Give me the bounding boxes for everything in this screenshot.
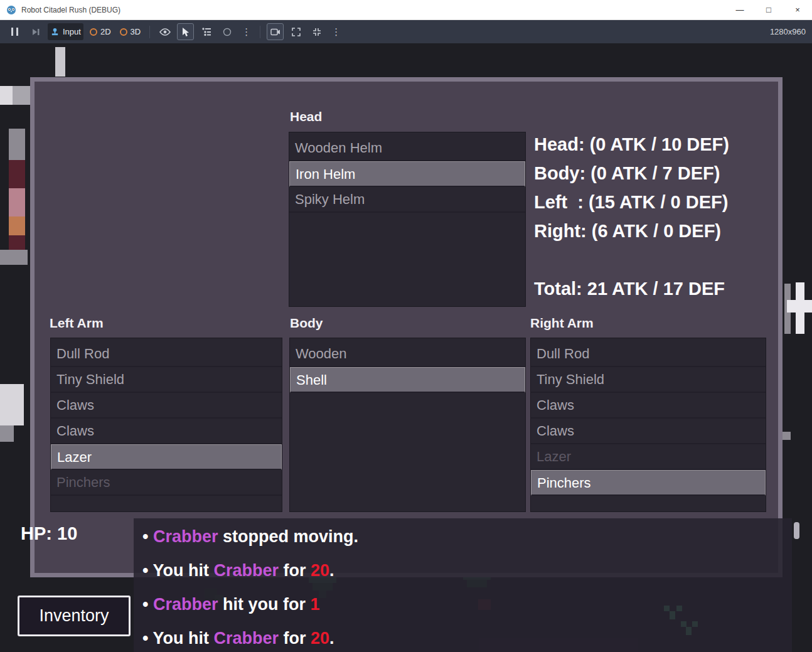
- toolbar-separator: [149, 26, 150, 38]
- inventory-button[interactable]: Inventory: [18, 596, 131, 636]
- window-title: Robot Citadel Rush (DEBUG): [21, 6, 120, 14]
- list-item-dull-rod[interactable]: Dull Rod: [51, 341, 282, 367]
- fullscreen-button[interactable]: [287, 23, 304, 40]
- maximize-button[interactable]: □: [754, 0, 783, 19]
- list-item-claws[interactable]: Claws: [51, 393, 282, 419]
- head-item-list: Wooden HelmIron HelmSpiky Helm: [289, 132, 526, 307]
- editor-toolbar: Input 2D 3D ⋮: [0, 20, 812, 43]
- log-message-segment: hit you for: [218, 595, 311, 614]
- eye-icon: [159, 28, 171, 36]
- window-controls: — □ ×: [725, 0, 812, 19]
- list-item-wooden-helm[interactable]: Wooden Helm: [289, 136, 525, 161]
- pixel-sprite: [783, 432, 791, 440]
- app-window: Robot Citadel Rush (DEBUG) — □ × Input 2…: [0, 0, 812, 652]
- minimize-button[interactable]: —: [725, 0, 754, 19]
- log-message-segment: Crabber: [213, 561, 279, 580]
- log-scrollbar-thumb[interactable]: [794, 522, 799, 539]
- list-item-lazer: Lazer: [531, 444, 766, 470]
- head-section-label: Head: [290, 109, 322, 124]
- log-message-segment: for: [279, 561, 311, 580]
- joystick-icon: [50, 27, 60, 36]
- stat-total: Total: 21 ATK / 17 DEF: [534, 274, 729, 303]
- log-message-segment: 1: [310, 595, 319, 614]
- list-item-tiny-shield[interactable]: Tiny Shield: [51, 367, 282, 393]
- step-icon: [31, 28, 40, 36]
- log-message: • You hit Crabber for 20.: [142, 553, 792, 587]
- input-toggle-button[interactable]: Input: [48, 23, 83, 40]
- pause-button[interactable]: [6, 23, 23, 40]
- list-item-tiny-shield[interactable]: Tiny Shield: [531, 367, 766, 393]
- log-message: • Crabber stopped moving.: [142, 520, 792, 553]
- pixel-sprite: [9, 129, 25, 160]
- input-button-label: Input: [63, 27, 81, 36]
- node-list-icon: [201, 27, 211, 36]
- shrink-icon: [313, 28, 321, 36]
- log-message-segment: Crabber: [153, 527, 218, 546]
- step-frame-button[interactable]: [27, 23, 44, 40]
- expand-icon: [292, 28, 301, 36]
- 2d-ring-icon: [90, 28, 97, 36]
- list-item-pinchers: Pinchers: [51, 470, 282, 496]
- log-message-segment: •: [142, 595, 153, 614]
- 2d-button-label: 2D: [100, 27, 111, 36]
- camera-override-button[interactable]: [267, 23, 284, 40]
- list-item-dull-rod[interactable]: Dull Rod: [531, 341, 766, 367]
- select-tool-button[interactable]: [177, 23, 194, 40]
- cursor-icon: [182, 27, 190, 37]
- pixel-sprite: [55, 47, 65, 77]
- pixel-sprite: [9, 216, 25, 235]
- more-options-button[interactable]: ⋮: [239, 23, 254, 40]
- stat-right: Right: (6 ATK / 0 DEF): [534, 216, 729, 245]
- pixel-sprite: [0, 86, 13, 105]
- log-message-segment: stopped moving.: [218, 527, 359, 546]
- list-item-lazer[interactable]: Lazer: [51, 444, 282, 470]
- list-item-wooden[interactable]: Wooden: [290, 341, 525, 367]
- log-message-segment: for: [279, 629, 311, 648]
- view-2d-button[interactable]: 2D: [87, 23, 114, 40]
- view-3d-button[interactable]: 3D: [117, 23, 144, 40]
- pixel-sprite: [9, 188, 25, 216]
- window-titlebar: Robot Citadel Rush (DEBUG) — □ ×: [0, 0, 812, 20]
- log-message-segment: 20: [311, 629, 329, 648]
- body-item-list: WoodenShell: [289, 338, 526, 512]
- stat-head: Head: (0 ATK / 10 DEF): [534, 130, 729, 159]
- pixel-sprite: [0, 384, 24, 425]
- equipment-stats: Head: (0 ATK / 10 DEF) Body: (0 ATK / 7 …: [534, 130, 729, 303]
- left-arm-item-list: Dull RodTiny ShieldClawsClawsLazerPinche…: [50, 338, 282, 512]
- list-item-claws[interactable]: Claws: [531, 393, 766, 419]
- log-message-segment: Crabber: [153, 595, 218, 614]
- pixel-sprite-cross: [787, 300, 812, 313]
- pixel-sprite: [9, 160, 25, 188]
- list-item-iron-helm[interactable]: Iron Helm: [289, 161, 525, 187]
- left-arm-section-label: Left Arm: [50, 316, 104, 331]
- list-item-spiky-helm[interactable]: Spiky Helm: [289, 187, 525, 213]
- visibility-button[interactable]: [156, 23, 173, 40]
- scene-tree-button[interactable]: [198, 23, 215, 40]
- hp-label: HP: 10: [21, 523, 77, 544]
- list-item-pinchers[interactable]: Pinchers: [531, 470, 766, 496]
- log-message-segment: .: [329, 561, 334, 580]
- combat-log-messages: • Crabber stopped moving.• You hit Crabb…: [134, 518, 792, 652]
- list-item-shell[interactable]: Shell: [290, 367, 525, 393]
- pause-icon: [11, 28, 18, 36]
- log-message-segment: • You hit: [142, 561, 213, 580]
- list-item-claws[interactable]: Claws: [51, 419, 282, 444]
- list-item-claws[interactable]: Claws: [531, 419, 766, 444]
- combat-log-panel: • Crabber stopped moving.• You hit Crabb…: [134, 518, 792, 652]
- log-message-segment: .: [329, 629, 334, 648]
- log-message: • Crabber hit you for 1: [142, 587, 792, 621]
- viewport-resolution: 1280x960: [770, 27, 806, 36]
- sphere-tool-button[interactable]: [218, 23, 235, 40]
- toolbar-separator: [260, 26, 260, 38]
- log-message-segment: 20: [311, 561, 329, 580]
- log-message-segment: •: [142, 527, 153, 546]
- right-arm-section-label: Right Arm: [530, 316, 594, 331]
- right-arm-item-list: Dull RodTiny ShieldClawsClawsLazerPinche…: [530, 338, 766, 512]
- stat-body: Body: (0 ATK / 7 DEF): [534, 159, 729, 188]
- log-message-segment: Crabber: [213, 629, 279, 648]
- log-message: • You hit Crabber for 20.: [142, 621, 792, 652]
- close-button[interactable]: ×: [783, 0, 812, 19]
- fit-window-button[interactable]: [308, 23, 325, 40]
- camera-icon: [270, 28, 280, 36]
- embed-options-button[interactable]: ⋮: [329, 23, 343, 40]
